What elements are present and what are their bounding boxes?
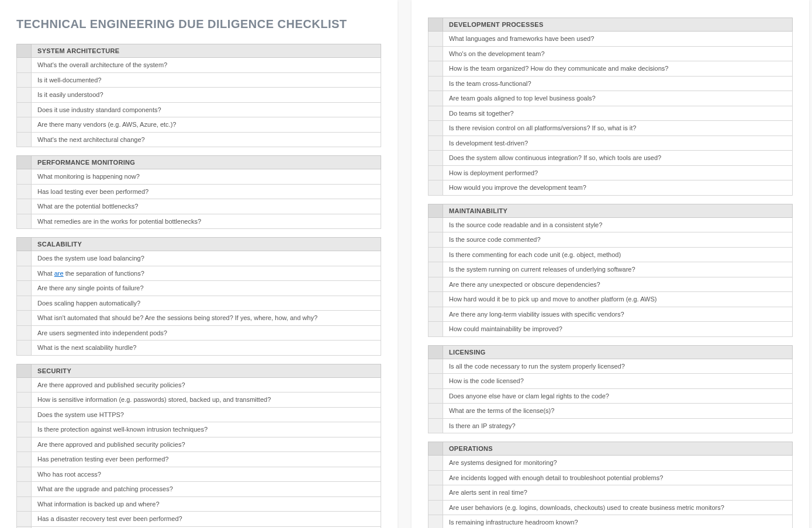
item-text: How is deployment performed?	[443, 166, 793, 181]
check-cell[interactable]	[428, 419, 443, 434]
check-cell[interactable]	[16, 199, 32, 214]
item-text: Are there approved and published securit…	[32, 378, 381, 393]
check-cell[interactable]	[428, 180, 443, 196]
check-cell[interactable]	[428, 456, 443, 471]
check-cell[interactable]	[16, 214, 32, 230]
checklist-row: Does the system use load balancing?	[16, 251, 381, 266]
check-cell[interactable]	[16, 467, 32, 482]
check-cell[interactable]	[428, 136, 443, 151]
check-cell[interactable]	[16, 251, 32, 266]
check-cell[interactable]	[16, 341, 32, 356]
check-cell[interactable]	[16, 73, 32, 88]
check-cell[interactable]	[16, 296, 32, 311]
item-text: What are the separation of functions?	[32, 266, 381, 282]
check-cell[interactable]	[428, 515, 443, 528]
check-cell[interactable]	[428, 47, 443, 62]
item-text: Is the system running on current release…	[443, 262, 793, 277]
checklist-row: What monitoring is happening now?	[16, 169, 381, 185]
check-cell[interactable]	[428, 359, 443, 374]
check-cell[interactable]	[16, 482, 32, 497]
item-text: What are the potential bottlenecks?	[32, 199, 381, 214]
section-title: SCALABILITY	[32, 237, 381, 251]
check-cell[interactable]	[428, 121, 443, 136]
check-cell[interactable]	[16, 311, 32, 326]
check-cell[interactable]	[428, 106, 443, 121]
checklist-row: Is it easily understood?	[16, 88, 381, 103]
item-text: Is remaining infrastructure headroom kno…	[443, 515, 793, 528]
checklist-row: What is the next scalability hurdle?	[16, 341, 381, 356]
check-cell[interactable]	[16, 88, 32, 103]
checklist-row: Are there approved and published securit…	[16, 437, 381, 453]
check-cell[interactable]	[428, 322, 443, 337]
check-cell[interactable]	[16, 392, 32, 408]
check-cell[interactable]	[428, 248, 443, 263]
checklist-row: What are the terms of the license(s)?	[428, 404, 793, 419]
check-cell[interactable]	[428, 32, 443, 47]
check-cell[interactable]	[16, 281, 32, 296]
checklist-row: Is remaining infrastructure headroom kno…	[428, 515, 793, 528]
check-cell[interactable]	[428, 404, 443, 419]
item-text: Has a disaster recovery test ever been p…	[32, 512, 381, 527]
check-cell[interactable]	[428, 374, 443, 389]
checklist-row: What languages and frameworks have been …	[428, 32, 793, 47]
check-cell[interactable]	[16, 58, 32, 73]
checklist-row: Are incidents logged with enough detail …	[428, 471, 793, 486]
check-cell[interactable]	[16, 378, 32, 393]
header-check-cell	[16, 44, 32, 58]
check-cell[interactable]	[428, 151, 443, 166]
check-cell[interactable]	[16, 497, 32, 512]
checklist-row: Are systems designed for monitoring?	[428, 456, 793, 471]
check-cell[interactable]	[16, 452, 32, 467]
check-cell[interactable]	[16, 169, 32, 185]
check-cell[interactable]	[428, 307, 443, 322]
section-header: MAINTAINABILITY	[428, 204, 793, 218]
check-cell[interactable]	[16, 133, 32, 148]
item-text: Is all the code necessary to run the sys…	[443, 359, 793, 374]
check-cell[interactable]	[428, 485, 443, 501]
checklist-row: Has a disaster recovery test ever been p…	[16, 512, 381, 527]
checklist-row: Is all the code necessary to run the sys…	[428, 359, 793, 374]
section-title: MAINTAINABILITY	[443, 204, 793, 218]
check-cell[interactable]	[16, 512, 32, 527]
checklist-section: PERFORMANCE MONITORINGWhat monitoring is…	[16, 155, 381, 229]
checklist-row: Is there protection against well-known i…	[16, 422, 381, 437]
check-cell[interactable]	[428, 77, 443, 92]
item-text: What is the next scalability hurdle?	[32, 341, 381, 356]
item-text: Are there many vendors (e.g. AWS, Azure,…	[32, 117, 381, 133]
check-cell[interactable]	[428, 91, 443, 106]
check-cell[interactable]	[16, 117, 32, 133]
item-text: What remedies are in the works for poten…	[32, 214, 381, 230]
check-cell[interactable]	[428, 262, 443, 277]
check-cell[interactable]	[428, 218, 443, 233]
item-text: Is there revision control on all platfor…	[443, 121, 793, 136]
section-header: SCALABILITY	[16, 237, 381, 251]
check-cell[interactable]	[16, 422, 32, 437]
check-cell[interactable]	[428, 61, 443, 77]
check-cell[interactable]	[428, 232, 443, 248]
checklist-row: Is there an IP strategy?	[428, 419, 793, 434]
check-cell[interactable]	[16, 266, 32, 282]
checklist-row: Who's on the development team?	[428, 47, 793, 62]
check-cell[interactable]	[16, 437, 32, 453]
checklist-row: Are there any single points of failure?	[16, 281, 381, 296]
checklist-row: Does it use industry standard components…	[16, 103, 381, 118]
check-cell[interactable]	[16, 326, 32, 341]
checklist-section: MAINTAINABILITYIs the source code readab…	[428, 204, 793, 337]
check-cell[interactable]	[428, 292, 443, 307]
check-cell[interactable]	[428, 471, 443, 486]
check-cell[interactable]	[428, 501, 443, 516]
check-cell[interactable]	[16, 185, 32, 200]
checklist-row: Does the system use HTTPS?	[16, 408, 381, 423]
item-text: Is the source code readable and in a con…	[443, 218, 793, 233]
check-cell[interactable]	[428, 389, 443, 404]
check-cell[interactable]	[428, 277, 443, 293]
item-text: Has penetration testing ever been perfor…	[32, 452, 381, 467]
check-cell[interactable]	[16, 103, 32, 118]
checklist-row: Are alerts sent in real time?	[428, 485, 793, 501]
item-text: Has load testing ever been performed?	[32, 185, 381, 200]
check-cell[interactable]	[16, 408, 32, 423]
check-cell[interactable]	[428, 166, 443, 181]
checklist-row: How is deployment performed?	[428, 166, 793, 181]
page-title: TECHNICAL ENGINEERING DUE DILIGENCE CHEC…	[16, 18, 381, 31]
checklist-row: Are there any unexpected or obscure depe…	[428, 277, 793, 293]
